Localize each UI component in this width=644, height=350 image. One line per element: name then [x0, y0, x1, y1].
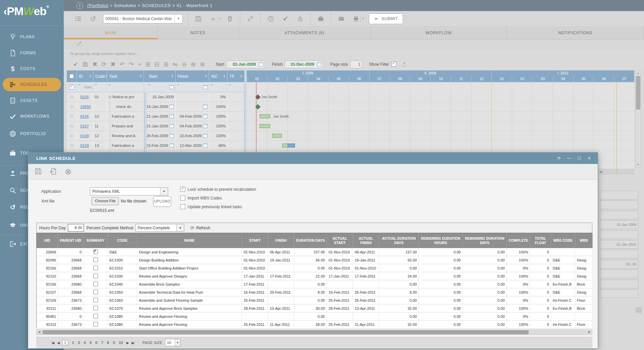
undo-icon[interactable]: ↶ — [119, 60, 125, 68]
calendar-icon[interactable] — [169, 124, 174, 128]
page-10[interactable]: 10 — [119, 341, 123, 345]
refresh-label[interactable]: Refresh — [196, 226, 210, 230]
col-header-start[interactable]: Start⇕ — [147, 70, 176, 82]
task-bar[interactable] — [282, 143, 295, 148]
table-col-header[interactable]: START — [242, 233, 268, 248]
page-size-select[interactable]: 10▼ — [165, 339, 181, 346]
cancel-icon[interactable]: ✖ — [92, 60, 97, 68]
dialog-horizontal-scrollbar[interactable]: ◀ ▶ — [36, 330, 592, 335]
tab-notes[interactable]: NOTES — [158, 26, 238, 39]
table-col-header[interactable]: FINISH — [268, 233, 294, 248]
summary-checkbox[interactable] — [93, 306, 98, 310]
page-3[interactable]: 3 — [78, 341, 80, 345]
add-dropdown-icon[interactable]: ▼ — [217, 15, 222, 22]
grid-cell-id[interactable]: 16655 — [77, 102, 93, 112]
table-col-header[interactable]: WBS — [575, 233, 593, 248]
summary-checkbox[interactable] — [93, 282, 98, 286]
task-id-link[interactable]: 9105 — [80, 95, 89, 99]
gantt-page-size[interactable]: 1 — [350, 60, 362, 68]
breadcrumb-portfolio-link[interactable]: (Portfolio) — [87, 3, 108, 8]
table-col-header[interactable]: WBS CODE — [551, 233, 575, 248]
tab-main[interactable]: MAIN — [64, 26, 158, 39]
pmweb-logo[interactable]: ‹PMWeb® — [3, 5, 49, 18]
refresh-icon[interactable]: ⟳ — [555, 156, 563, 161]
save-icon[interactable] — [34, 167, 43, 176]
print-dropdown-icon[interactable]: ▼ — [360, 15, 365, 22]
maximize-icon[interactable]: ☐ — [576, 156, 583, 161]
show-filter-checkbox[interactable] — [391, 62, 396, 67]
sidebar-item-schedules[interactable]: SCHEDULES — [3, 78, 61, 91]
filter-tf[interactable]: ✕ — [228, 82, 244, 92]
checkbox[interactable] — [180, 187, 185, 192]
table-row[interactable]: 9216623668EC1010Start Office Building Ad… — [37, 264, 593, 272]
group-by-bar[interactable]: To group by, drag column caption here ..… — [64, 49, 644, 58]
scroll-up-icon[interactable]: ▲ — [636, 71, 641, 76]
refresh-icon[interactable]: ⟳ — [101, 60, 106, 68]
submit-button[interactable]: SUBMIT — [369, 13, 403, 24]
calendar-icon[interactable] — [169, 85, 174, 89]
task-id-link[interactable]: 9109 — [80, 143, 89, 148]
scroll-right-icon[interactable]: ▶ — [587, 330, 592, 335]
calendar-icon[interactable] — [203, 134, 207, 138]
checkbox[interactable] — [180, 195, 185, 200]
gantt-finish-date[interactable]: 31-Dec-2009 — [285, 60, 324, 68]
calendar-icon[interactable] — [169, 143, 174, 148]
save-icon[interactable] — [194, 14, 203, 23]
close-icon[interactable]: ✕ — [586, 156, 593, 161]
expand-all-icon[interactable]: ⊞ — [145, 60, 150, 68]
sidebar-item-assets[interactable]: ASSETS — [0, 94, 64, 107]
task-bar[interactable] — [260, 114, 270, 118]
table-col-header[interactable]: ACTUAL DURATION DAYS — [379, 233, 419, 248]
col-header-id[interactable]: ID⇕ — [77, 70, 93, 82]
task-bar[interactable] — [260, 124, 270, 128]
option-lock-schedule-to-prevent-recalculation[interactable]: Lock schedule to prevent recalculation — [180, 187, 256, 192]
scroll-right-icon[interactable]: ▶ — [599, 169, 604, 174]
summary-checkbox[interactable] — [93, 298, 98, 302]
tab-notifications[interactable]: NOTIFICATIONS — [507, 26, 644, 39]
record-select[interactable]: 000041 - Boston Medical Center-Wat ▼ — [103, 14, 183, 23]
sidebar-item-plans[interactable]: PLANS — [0, 30, 64, 44]
table-col-header[interactable]: CODE — [108, 233, 137, 248]
summary-checkbox[interactable] — [93, 249, 98, 254]
col-header-tf[interactable]: TF⇕ — [228, 70, 244, 82]
scrollbar-thumb[interactable] — [636, 76, 640, 110]
table-col-header[interactable]: TOTAL FLOAT — [530, 233, 551, 248]
sidebar-item-workflows[interactable]: WORKFLOWS — [0, 110, 64, 123]
table-col-header[interactable]: COMPLETE — [507, 233, 530, 248]
application-select[interactable]: Primavera XML▼ — [90, 187, 168, 195]
table-col-header[interactable]: NAME — [137, 233, 242, 248]
add-icon[interactable]: + — [138, 60, 142, 68]
pct-method-select[interactable]: Percent Complete▼ — [135, 224, 184, 232]
resize-grip[interactable] — [636, 307, 642, 313]
upload-button[interactable]: UPLOAD — [153, 196, 171, 207]
scroll-down-icon[interactable]: ▼ — [636, 162, 641, 167]
grid-cell-id[interactable]: 9106 — [77, 112, 93, 121]
collapse-node-icon[interactable]: ⊟ — [108, 95, 111, 99]
clear-filter-icon[interactable]: ✖ — [110, 60, 115, 68]
task-id-link[interactable]: 16655 — [80, 105, 91, 109]
table-col-header[interactable]: ACTUAL START — [327, 233, 353, 248]
calendar-icon[interactable] — [203, 114, 207, 118]
table-row[interactable]: 9210723668EC1050Assemble Technical Data … — [37, 288, 593, 296]
tab-attachments-8-[interactable]: ATTACHMENTS (8) — [239, 26, 371, 39]
table-row[interactable]: 9210623680EC1040Assemble Brick Samples17… — [37, 280, 593, 288]
filter-id[interactable]: ✕NaN — [77, 82, 93, 92]
list-icon[interactable] — [74, 14, 83, 23]
table-row[interactable]: 9211123680EC1070Review and Approve Brick… — [37, 304, 593, 312]
add-icon[interactable]: ＋ — [209, 14, 217, 23]
table-col-header[interactable]: SUMMARY — [84, 233, 108, 248]
task-id-link[interactable]: 9107 — [80, 124, 89, 128]
calendar-icon[interactable] — [203, 124, 207, 128]
table-col-header[interactable]: UID — [37, 233, 58, 248]
collapse-all-icon[interactable]: ⊟ — [154, 60, 159, 68]
columns-icon[interactable]: ≣ — [163, 60, 168, 68]
table-row[interactable]: 9211323673EC1080Review and Approve Floor… — [37, 320, 593, 329]
first-page-icon[interactable]: |◀ — [52, 341, 54, 345]
table-row[interactable]: 236680D&EDesign and Engineering01-Nov-20… — [37, 248, 593, 256]
table-col-header[interactable]: PARENT UID — [58, 233, 84, 248]
settings-icon[interactable]: ⇋ — [172, 60, 178, 68]
col-header-task[interactable]: Task⇕ — [107, 70, 144, 82]
scrollbar-thumb[interactable] — [43, 330, 529, 334]
clock-icon[interactable] — [266, 14, 275, 23]
table-row[interactable]: 9209623668EC1000Design Building Addition… — [37, 256, 593, 264]
